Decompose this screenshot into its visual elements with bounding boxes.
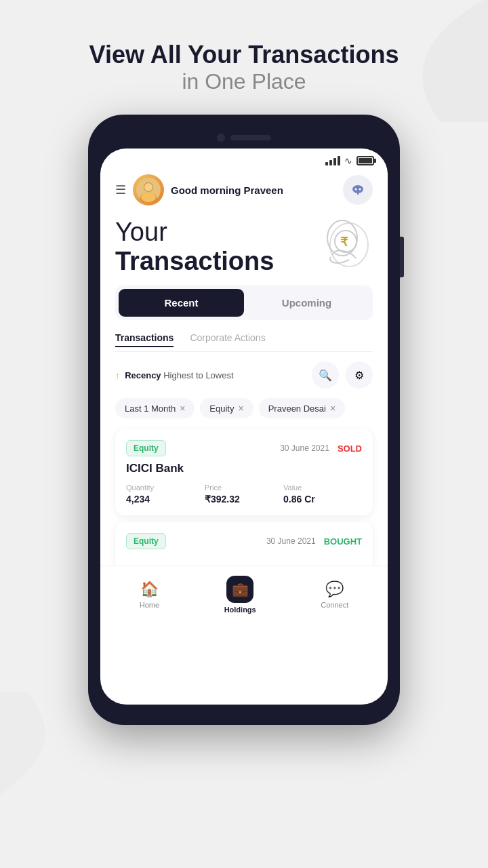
chip-close-equity[interactable]: ×: [238, 403, 243, 414]
card-2-date: 30 June 2021: [266, 536, 316, 546]
svg-point-7: [359, 189, 361, 191]
chip-label-person: Praveen Desai: [268, 403, 326, 414]
header-left: ☰ Good morning Praveen: [115, 174, 283, 205]
card-2-badge: Equity: [126, 533, 166, 549]
svg-point-4: [141, 193, 156, 202]
signal-bar-2: [329, 160, 332, 165]
sub-tabs: Transactions Corporate Actions: [115, 332, 373, 352]
chip-label-month: Last 1 Month: [125, 403, 176, 414]
card-2-header: Equity 30 June 2021 BOUGHT: [126, 533, 362, 549]
card-1-date: 30 June 2021: [280, 443, 329, 453]
notification-icon: [350, 182, 366, 198]
phone-camera: [217, 134, 225, 142]
signal-bars: [325, 156, 340, 165]
nav-holdings[interactable]: 💼 Holdings: [224, 576, 256, 614]
transaction-card-1[interactable]: Equity 30 June 2021 SOLD ICICI Bank Quan…: [115, 429, 373, 515]
greeting-text: Good morning Praveen: [171, 184, 283, 196]
signal-bar-1: [325, 162, 328, 165]
card-1-price: Price ₹392.32: [205, 484, 283, 505]
notification-button[interactable]: [343, 175, 373, 205]
avatar-image: [136, 178, 161, 202]
battery-icon: [357, 156, 374, 165]
quantity-label: Quantity: [126, 484, 205, 492]
phone-notch: [100, 127, 388, 149]
sort-order: Highest to Lowest: [163, 370, 233, 380]
nav-connect-label: Connect: [321, 601, 348, 609]
sub-tab-corporate[interactable]: Corporate Actions: [190, 332, 265, 347]
svg-point-5: [352, 185, 363, 193]
page-title-main: View All Your Transactions: [89, 41, 399, 69]
chip-close-month[interactable]: ×: [180, 403, 185, 414]
transactions-heading: Your Transactions ₹: [115, 218, 373, 276]
chip-close-person[interactable]: ×: [330, 403, 336, 414]
page-title-sub: in One Place: [89, 69, 399, 94]
wifi-icon: ∿: [344, 155, 352, 166]
avatar[interactable]: [133, 174, 164, 205]
bottom-nav: 🏠 Home 💼 Holdings 💬 Connect: [100, 566, 388, 626]
recency-label: ↑ Recency Highest to Lowest: [115, 370, 234, 380]
card-1-quantity: Quantity 4,234: [126, 484, 205, 505]
card-1-badge: Equity: [126, 440, 166, 456]
signal-bar-4: [338, 156, 340, 165]
nav-home-label: Home: [140, 601, 159, 609]
tab-recent[interactable]: Recent: [119, 289, 244, 317]
nav-holdings-label: Holdings: [224, 606, 256, 614]
nav-home[interactable]: 🏠 Home: [140, 580, 159, 609]
price-value: ₹392.32: [205, 494, 283, 505]
card-1-header: Equity 30 June 2021 SOLD: [126, 440, 362, 456]
card-1-stock-name: ICICI Bank: [126, 462, 362, 475]
sub-tab-transactions[interactable]: Transactions: [115, 332, 174, 347]
phone-speaker: [230, 135, 271, 140]
value-value: 0.86 Cr: [283, 494, 362, 505]
coin-illustration: ₹: [312, 211, 373, 272]
holdings-icon: 💼: [226, 576, 253, 603]
card-2-meta: 30 June 2021 BOUGHT: [266, 536, 362, 547]
menu-icon[interactable]: ☰: [115, 182, 126, 197]
filter-row: ↑ Recency Highest to Lowest 🔍 ⚙: [115, 361, 373, 389]
home-icon: 🏠: [140, 580, 159, 598]
bg-decoration-bottom: [0, 692, 95, 814]
battery-fill: [359, 158, 372, 163]
quantity-value: 4,234: [126, 494, 205, 505]
card-1-meta: 30 June 2021 SOLD: [280, 443, 362, 454]
filter-icons: 🔍 ⚙: [312, 361, 373, 389]
card-1-status: SOLD: [338, 443, 362, 454]
card-2-status: BOUGHT: [324, 536, 362, 547]
value-label: Value: [283, 484, 362, 492]
chip-equity[interactable]: Equity ×: [200, 398, 253, 418]
price-label: Price: [205, 484, 283, 492]
transaction-card-2[interactable]: Equity 30 June 2021 BOUGHT: [115, 522, 373, 566]
status-bar: ∿: [100, 149, 388, 169]
sort-field: Recency: [125, 370, 161, 380]
svg-point-3: [144, 183, 152, 191]
card-1-value: Value 0.86 Cr: [283, 484, 362, 505]
filter-button[interactable]: ⚙: [346, 361, 373, 389]
connect-icon: 💬: [325, 580, 344, 598]
svg-point-6: [355, 189, 357, 191]
search-button[interactable]: 🔍: [312, 361, 339, 389]
side-button: [400, 237, 404, 277]
chip-label-equity: Equity: [209, 403, 234, 414]
card-1-details: Quantity 4,234 Price ₹392.32 Value 0.86 …: [126, 484, 362, 505]
svg-rect-8: [357, 193, 359, 195]
nav-connect[interactable]: 💬 Connect: [321, 580, 348, 609]
chip-last-month[interactable]: Last 1 Month ×: [115, 398, 195, 418]
tab-switcher: Recent Upcoming: [115, 285, 373, 320]
svg-text:₹: ₹: [340, 235, 348, 249]
coin-svg: ₹: [312, 211, 373, 272]
phone-screen: ∿ ☰: [100, 149, 388, 705]
app-content: ☰ Good morning Praveen: [100, 169, 388, 566]
phone-mockup: ∿ ☰: [88, 115, 400, 725]
tab-upcoming[interactable]: Upcoming: [244, 289, 369, 317]
signal-bar-3: [333, 158, 336, 165]
sort-arrow: ↑: [115, 370, 120, 380]
header-row: ☰ Good morning Praveen: [115, 174, 373, 205]
page-header: View All Your Transactions in One Place: [89, 41, 399, 94]
filter-chips: Last 1 Month × Equity × Praveen Desai ×: [115, 398, 373, 418]
chip-person[interactable]: Praveen Desai ×: [259, 398, 345, 418]
